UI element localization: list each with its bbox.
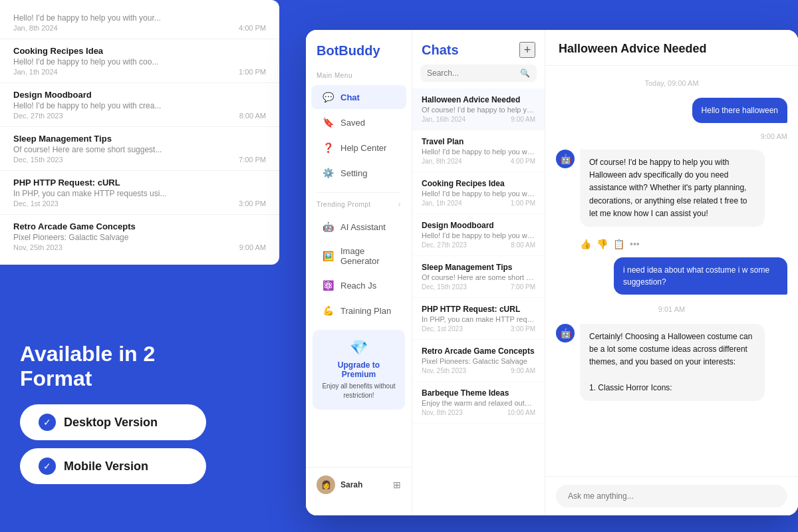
chat-entry-5[interactable]: PHP HTTP Request: cURL In PHP, you can m…	[412, 298, 545, 340]
sidebar-help-label: Help Center	[340, 143, 386, 153]
user-name: Sarah	[340, 480, 388, 489]
desktop-version-button[interactable]: ✓ Desktop Version	[20, 404, 206, 440]
chat-entry-2[interactable]: Cooking Recipes Idea Hello! I'd be happy…	[412, 172, 545, 214]
chat-entry-3[interactable]: Design Moodboard Hello! I'd be happy to …	[412, 214, 545, 256]
bg-chat-item-2: Design Moodboard Hello! I'd be happy to …	[0, 83, 279, 127]
bot-avatar-2: 🤖	[556, 324, 575, 342]
chat-area: Halloween Advice Needed Today, 09:00 AM …	[545, 30, 798, 515]
bot-message-1: Of course! I'd be happy to help you with…	[580, 150, 765, 227]
help-icon: ❓	[322, 142, 334, 154]
sidebar-item-help[interactable]: ❓ Help Center	[311, 136, 406, 160]
app-window: BotBuddy Main Menu 💬 Chat 🔖 Saved ❓ Help…	[306, 30, 798, 515]
bg-chat-item-4: PHP HTTP Request: cURL In PHP, you can m…	[0, 171, 279, 215]
sidebar: BotBuddy Main Menu 💬 Chat 🔖 Saved ❓ Help…	[306, 30, 412, 515]
chats-panel: Chats + 🔍 Halloween Advice Needed Of cou…	[412, 30, 545, 515]
bg-chat-item-1: Cooking Recipes Idea Hello! I'd be happy…	[0, 39, 279, 83]
sidebar-chat-label: Chat	[340, 92, 360, 102]
user-message-2: i need idea about what costume i w some …	[614, 257, 787, 295]
sidebar-item-ai-assistant[interactable]: 🤖 AI Assistant	[311, 215, 406, 239]
sidebar-img-label: Image Generator	[340, 246, 396, 266]
sidebar-reach-label: Reach Js	[340, 281, 376, 291]
timestamp-3: 9:01 AM	[556, 305, 787, 313]
chats-title: Chats	[422, 43, 459, 58]
formats-section: Available in 2Format ✓ Desktop Version ✓…	[20, 342, 206, 492]
avatar: 👩	[317, 475, 335, 494]
search-icon: 🔍	[520, 68, 530, 78]
search-input[interactable]	[427, 68, 516, 78]
chat-input-area	[545, 476, 798, 515]
sidebar-item-chat[interactable]: 💬 Chat	[311, 85, 406, 109]
chat-entry-6[interactable]: Retro Arcade Game Concepts Pixel Pioneer…	[412, 340, 545, 382]
chat-entry-4[interactable]: Sleep Management Tips Of course! Here ar…	[412, 256, 545, 298]
desktop-check-icon: ✓	[39, 414, 56, 431]
sidebar-saved-label: Saved	[340, 118, 365, 128]
desktop-version-label: Desktop Version	[64, 416, 158, 430]
bg-chat-list-card: Hello! I'd be happy to help you with you…	[0, 0, 279, 265]
chat-entry-7[interactable]: Barbeque Theme Ideas Enjoy the warm and …	[412, 382, 545, 424]
chat-messages: Today, 09:00 AM Hello there halloween 9:…	[545, 66, 798, 476]
sidebar-item-setting[interactable]: ⚙️ Setting	[311, 161, 406, 185]
sidebar-item-saved[interactable]: 🔖 Saved	[311, 110, 406, 134]
chat-header: Halloween Advice Needed	[545, 30, 798, 66]
bg-chat-item-3: Sleep Management Tips Of course! Here ar…	[0, 127, 279, 171]
ai-assistant-icon: 🤖	[322, 221, 334, 233]
background-left: Hello! I'd be happy to help you with you…	[0, 0, 299, 532]
chats-search-bar[interactable]: 🔍	[420, 65, 537, 82]
promo-card[interactable]: 💎 Upgrade to Premium Enjoy all benefits …	[313, 330, 405, 410]
copy-icon[interactable]: 📋	[613, 239, 624, 249]
mobile-version-label: Mobile Version	[64, 460, 148, 473]
message-actions: 👍 👎 📋 •••	[580, 239, 787, 249]
promo-title: Upgrade to Premium	[321, 360, 397, 379]
formats-title: Available in 2Format	[20, 342, 206, 391]
image-gen-icon: 🖼️	[322, 250, 334, 262]
trending-label: Trending Prompt ›	[306, 200, 412, 214]
sidebar-divider-1	[317, 192, 401, 193]
more-options-icon[interactable]: •••	[630, 239, 640, 249]
sidebar-footer: 👩 Sarah ⊞	[306, 467, 412, 502]
sidebar-item-training-plan[interactable]: 💪 Training Plan	[311, 299, 406, 323]
training-icon: 💪	[322, 305, 334, 317]
chat-input[interactable]	[556, 485, 787, 507]
bg-chat-item-5: Retro Arcade Game Concepts Pixel Pioneer…	[0, 215, 279, 258]
bot-message-row-2: 🤖 Certainly! Choosing a Halloween costum…	[556, 324, 787, 401]
timestamp-2: 9:00 AM	[556, 132, 787, 140]
sidebar-ai-label: AI Assistant	[340, 222, 386, 232]
sidebar-setting-label: Setting	[340, 168, 367, 178]
chat-title: Halloween Advice Needed	[559, 42, 785, 56]
reach-js-icon: ⚛️	[322, 279, 334, 291]
app-logo: BotBuddy	[306, 43, 412, 72]
sidebar-training-label: Training Plan	[340, 306, 391, 316]
sidebar-item-reach-js[interactable]: ⚛️ Reach Js	[311, 273, 406, 297]
bg-chat-item-0: Hello! I'd be happy to help you with you…	[0, 7, 279, 39]
setting-icon: ⚙️	[322, 167, 334, 179]
bot-message-row-1: 🤖 Of course! I'd be happy to help you wi…	[556, 150, 787, 227]
mobile-version-button[interactable]: ✓ Mobile Version	[20, 448, 206, 484]
sidebar-grid-icon[interactable]: ⊞	[393, 479, 401, 490]
add-chat-button[interactable]: +	[519, 42, 535, 58]
mobile-check-icon: ✓	[39, 458, 56, 475]
thumbs-up-icon[interactable]: 👍	[580, 239, 591, 249]
saved-icon: 🔖	[322, 116, 334, 128]
promo-icon: 💎	[321, 339, 397, 356]
chat-entry-0[interactable]: Halloween Advice Needed Of course! I'd b…	[412, 88, 545, 130]
thumbs-down-icon[interactable]: 👎	[597, 239, 608, 249]
bot-message-2: Certainly! Choosing a Halloween costume …	[580, 324, 765, 401]
bot-avatar-1: 🤖	[556, 150, 575, 168]
chats-list: Halloween Advice Needed Of course! I'd b…	[412, 88, 545, 515]
timestamp-1: Today, 09:00 AM	[556, 79, 787, 87]
sidebar-item-image-generator[interactable]: 🖼️ Image Generator	[311, 240, 406, 272]
chat-entry-1[interactable]: Travel Plan Hello! I'd be happy to help …	[412, 130, 545, 172]
chats-header: Chats +	[412, 30, 545, 65]
user-message-1: Hello there halloween	[692, 98, 787, 123]
promo-description: Enjoy all benefits without restriction!	[321, 382, 397, 400]
chat-icon: 💬	[322, 91, 334, 103]
main-menu-label: Main Menu	[306, 72, 412, 84]
